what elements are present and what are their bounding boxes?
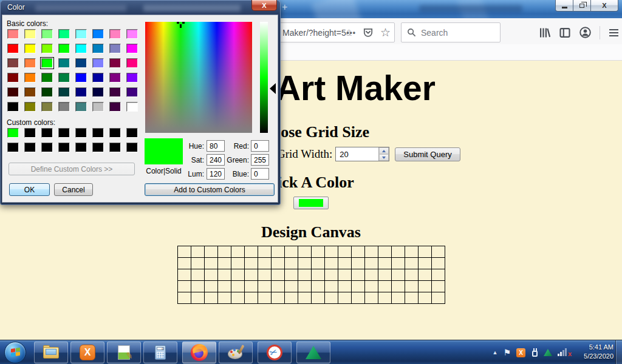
canvas-cell[interactable] [378,258,391,269]
basic-color-swatch[interactable] [58,102,70,112]
canvas-cell[interactable] [177,292,191,304]
canvas-cell[interactable] [431,246,445,258]
canvas-cell[interactable] [231,281,244,292]
canvas-cell[interactable] [378,246,391,258]
canvas-cell[interactable] [338,246,351,258]
canvas-cell[interactable] [298,292,311,304]
canvas-cell[interactable] [311,281,324,292]
basic-color-swatch[interactable] [24,102,36,112]
canvas-cell[interactable] [418,281,431,292]
canvas-cell[interactable] [271,292,284,304]
add-to-custom-colors-button[interactable]: Add to Custom Colors [145,183,275,196]
canvas-cell[interactable] [338,292,351,304]
canvas-cell[interactable] [311,269,324,281]
basic-color-swatch[interactable] [75,44,87,53]
basic-color-swatch[interactable] [109,44,121,53]
canvas-cell[interactable] [431,269,445,281]
canvas-cell[interactable] [191,292,204,304]
canvas-cell[interactable] [284,246,298,258]
basic-color-swatch[interactable] [126,102,138,112]
canvas-cell[interactable] [231,269,244,281]
basic-color-swatch[interactable] [41,87,53,97]
show-desktop-button[interactable] [615,340,622,364]
basic-color-swatch[interactable] [92,87,104,97]
library-icon[interactable] [539,27,551,39]
canvas-cell[interactable] [364,269,378,281]
canvas-cell[interactable] [391,281,405,292]
canvas-cell[interactable] [231,292,244,304]
canvas-cell[interactable] [217,258,231,269]
canvas-cell[interactable] [338,281,351,292]
basic-color-swatch[interactable] [58,44,70,53]
canvas-cell[interactable] [217,246,231,258]
taskbar-calculator-button[interactable]: 0 [143,342,177,363]
custom-color-swatch[interactable] [92,143,104,152]
canvas-cell[interactable] [244,258,258,269]
canvas-cell[interactable] [364,246,378,258]
custom-color-swatch[interactable] [41,143,53,152]
hue-saturation-field[interactable] [145,22,252,133]
canvas-cell[interactable] [271,246,284,258]
restore-button[interactable] [573,0,591,12]
basic-color-swatch[interactable] [24,73,36,83]
start-button[interactable] [4,342,26,363]
canvas-cell[interactable] [405,246,418,258]
blue-field[interactable]: 0 [251,168,269,180]
canvas-cell[interactable] [351,246,364,258]
basic-color-swatch[interactable] [75,102,87,112]
canvas-cell[interactable] [378,269,391,281]
custom-color-swatch[interactable] [109,143,121,152]
basic-color-swatch[interactable] [41,44,53,53]
pixel-grid[interactable] [177,246,445,304]
basic-color-swatch[interactable] [75,73,87,83]
canvas-cell[interactable] [244,292,258,304]
canvas-cell[interactable] [311,292,324,304]
luminance-bar[interactable] [260,22,268,133]
taskbar-snipping-tool-button[interactable]: ✂ [258,342,292,363]
custom-color-swatch[interactable] [7,128,19,138]
canvas-cell[interactable] [298,281,311,292]
basic-color-swatch[interactable] [7,58,19,68]
canvas-cell[interactable] [177,246,191,258]
canvas-cell[interactable] [391,258,405,269]
canvas-cell[interactable] [191,281,204,292]
basic-color-swatch[interactable] [58,58,70,68]
network-disconnected-icon[interactable]: x [558,348,570,357]
canvas-cell[interactable] [351,281,364,292]
custom-color-swatch[interactable] [75,143,87,152]
basic-color-swatch[interactable] [41,58,53,68]
taskbar-explorer-button[interactable] [34,342,68,363]
spinner-up-icon[interactable] [379,147,389,154]
custom-color-swatch[interactable] [24,128,36,138]
action-center-flag-icon[interactable]: ⚑ [503,348,511,357]
canvas-cell[interactable] [351,269,364,281]
basic-color-swatch[interactable] [126,73,138,83]
canvas-cell[interactable] [204,269,217,281]
canvas-cell[interactable] [284,281,298,292]
canvas-cell[interactable] [405,258,418,269]
canvas-cell[interactable] [191,269,204,281]
basic-color-swatch[interactable] [126,58,138,68]
page-actions-icon[interactable]: ••• [346,29,356,37]
minimize-button[interactable] [555,0,573,12]
canvas-cell[interactable] [258,281,271,292]
taskbar-firefox-button[interactable] [182,342,216,363]
custom-color-swatch[interactable] [109,128,121,138]
basic-color-swatch[interactable] [7,87,19,97]
canvas-cell[interactable] [217,281,231,292]
canvas-cell[interactable] [177,269,191,281]
canvas-cell[interactable] [204,246,217,258]
canvas-cell[interactable] [258,292,271,304]
basic-color-swatch[interactable] [24,87,36,97]
hue-field[interactable]: 80 [207,140,225,152]
basic-color-swatch[interactable] [92,44,104,53]
basic-color-swatch[interactable] [109,29,121,39]
canvas-cell[interactable] [217,269,231,281]
cancel-button[interactable]: Cancel [54,183,93,196]
canvas-cell[interactable] [258,246,271,258]
canvas-cell[interactable] [204,258,217,269]
canvas-cell[interactable] [418,246,431,258]
taskbar-xampp-button[interactable]: X [70,342,104,363]
basic-color-swatch[interactable] [109,58,121,68]
canvas-cell[interactable] [405,292,418,304]
